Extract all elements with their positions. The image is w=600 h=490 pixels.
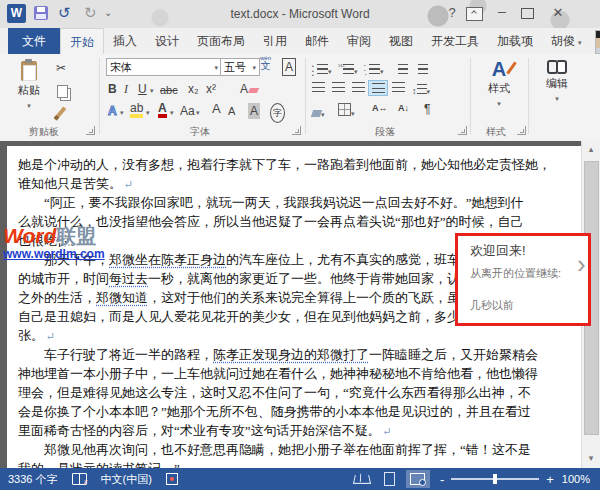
- align-center-button[interactable]: [328, 79, 348, 95]
- format-painter-button[interactable]: [58, 106, 62, 125]
- tab-design[interactable]: 设计: [146, 28, 188, 54]
- increase-indent-button[interactable]: [418, 60, 428, 78]
- asian-layout-button[interactable]: A↔: [372, 103, 388, 113]
- document-line[interactable]: 车子行驶了将近一半的路程，陈孝正发现身边的郑微打了一阵瞌睡之后，又开始聚精会: [18, 345, 566, 364]
- sort-button[interactable]: A↓: [398, 103, 409, 113]
- tab-home[interactable]: 开始: [60, 28, 104, 54]
- maximize-button[interactable]: [521, 8, 534, 19]
- tab-file[interactable]: 文件: [8, 28, 60, 54]
- zoom-out-button[interactable]: -: [440, 473, 444, 486]
- align-left-button[interactable]: [308, 79, 328, 95]
- dropdown-icon[interactable]: ▾: [170, 109, 174, 116]
- text-effects-button[interactable]: A: [108, 103, 117, 119]
- spellcheck-underline: 陈孝正发现身边的郑微打了: [213, 347, 369, 362]
- document-line[interactable]: 我的，是状元的读书笔记。”: [18, 459, 566, 468]
- document-line[interactable]: “阿正，要不我跟你回家吧，就玩一两天，我跟我妈说迟一点回去好不好。”她想到什: [18, 193, 566, 212]
- language-indicator[interactable]: 中文(中国): [101, 472, 152, 487]
- styles-dialog-launcher-icon[interactable]: [517, 126, 526, 135]
- read-mode-button[interactable]: [350, 470, 374, 488]
- welcome-back-popup[interactable]: 欢迎回来! 从离开的位置继续: 几秒以前: [455, 233, 591, 326]
- web-layout-button[interactable]: [406, 470, 430, 488]
- phonetic-guide-button[interactable]: wén 文: [260, 56, 271, 71]
- dropdown-icon[interactable]: ▾: [196, 109, 200, 116]
- dropdown-icon[interactable]: ▾: [120, 109, 124, 116]
- document-line[interactable]: 谁知他只是苦笑。↵: [18, 174, 566, 193]
- print-layout-button[interactable]: [378, 470, 402, 488]
- styles-button[interactable]: A 样式 ▾: [475, 58, 523, 108]
- shrink-font-button[interactable]: A: [228, 103, 235, 119]
- tab-view[interactable]: 视图: [380, 28, 422, 54]
- close-button[interactable]: ✕: [548, 5, 568, 20]
- justify-button[interactable]: [368, 80, 388, 96]
- clipboard-dialog-launcher-icon[interactable]: [86, 126, 95, 135]
- document-line[interactable]: 会是你换了个小本本吧？”她那个无所不包、随身携带的小本本他是见识过的，并且在看过: [18, 402, 566, 421]
- clear-formatting-button[interactable]: A: [240, 81, 258, 97]
- numbering-button[interactable]: ▾: [338, 60, 358, 78]
- shading-button[interactable]: ▾: [312, 103, 325, 121]
- character-shading-button[interactable]: A: [248, 103, 260, 119]
- borders-button[interactable]: ▾: [338, 102, 355, 120]
- grow-font-button[interactable]: A: [212, 101, 221, 117]
- paste-button[interactable]: 粘贴 ▾: [10, 59, 48, 125]
- scroll-down-icon[interactable]: ▾: [585, 453, 597, 463]
- underline-button[interactable]: U: [138, 81, 147, 97]
- highlight-color-button[interactable]: ab: [130, 103, 143, 118]
- tab-page-layout[interactable]: 页面布局: [188, 28, 254, 54]
- watermark-url[interactable]: www.wordlm.com: [3, 248, 105, 261]
- document-line[interactable]: 她是个冲动的人，没有多想，抱着行李就下了车，一路跑着到他面前，她心知他必定责怪她…: [18, 155, 566, 174]
- dropdown-icon: ▾: [427, 88, 431, 95]
- document-line[interactable]: 神地埋首一本小册子中，一上车他就问过她在看什么，她神神秘秘地不肯给他看，他也懒得: [18, 364, 566, 383]
- dropdown-icon: ▾: [380, 68, 384, 75]
- tab-mailings[interactable]: 邮件: [296, 28, 338, 54]
- proofing-icon[interactable]: ✗: [72, 473, 87, 485]
- phonetic-icon: 文: [260, 61, 271, 71]
- bullets-button[interactable]: ▾: [312, 60, 332, 78]
- copy-button[interactable]: [57, 84, 68, 102]
- distribute-button[interactable]: [388, 79, 408, 95]
- dropdown-icon[interactable]: ▾: [146, 109, 150, 116]
- tab-insert[interactable]: 插入: [104, 28, 146, 54]
- dropdown-icon[interactable]: ▾: [150, 87, 154, 94]
- document-line[interactable]: 张。↵: [18, 326, 566, 345]
- enclose-characters-button[interactable]: 字: [270, 103, 285, 123]
- editing-button[interactable]: 编辑 ▾: [533, 60, 581, 103]
- tab-review[interactable]: 审阅: [338, 28, 380, 54]
- superscript-button[interactable]: x²: [206, 81, 216, 97]
- tab-addins[interactable]: 加载项: [488, 28, 542, 54]
- ribbon-display-options-button[interactable]: [466, 7, 483, 21]
- help-button[interactable]: ?: [444, 5, 460, 20]
- minimize-button[interactable]: –: [492, 3, 512, 19]
- tab-references[interactable]: 引用: [254, 28, 296, 54]
- multilevel-list-button[interactable]: ▾: [364, 60, 384, 78]
- zoom-level[interactable]: 100%: [562, 473, 590, 485]
- line-spacing-button[interactable]: ↕▾: [412, 80, 430, 98]
- font-size-combobox[interactable]: 五号▾: [220, 58, 260, 76]
- bold-button[interactable]: B: [108, 81, 117, 97]
- macro-record-icon[interactable]: [166, 473, 178, 485]
- font-name-combobox[interactable]: 宋体▾: [106, 58, 222, 76]
- show-hide-marks-button[interactable]: ¶: [424, 101, 430, 117]
- tab-developer[interactable]: 开发工具: [422, 28, 488, 54]
- user-account-menu[interactable]: 胡俊▾: [542, 28, 591, 54]
- document-line[interactable]: 郑微见他再次询问，也不好意思再隐瞒，她把小册子举在他面前挥了挥，“错！这不是: [18, 440, 566, 459]
- strikethrough-button[interactable]: abc: [160, 82, 178, 98]
- document-line[interactable]: 理会，但是难得见她这么专注，这时又忍不住问了一句，“究竟什么东西看得那么出神，不: [18, 383, 566, 402]
- character-border-button[interactable]: A: [282, 58, 296, 76]
- change-case-button[interactable]: Aa: [180, 103, 195, 119]
- font-dialog-launcher-icon[interactable]: [292, 126, 301, 135]
- italic-button[interactable]: I: [124, 81, 128, 97]
- decrease-indent-button[interactable]: [398, 60, 408, 78]
- subscript-button[interactable]: x₂: [188, 81, 199, 97]
- avatar[interactable]: [595, 30, 600, 54]
- font-group: 宋体▾ 五号▾ wén 文 A B I U ▾ abc x₂ x² A A ▾ …: [100, 54, 305, 141]
- align-right-button[interactable]: [348, 79, 368, 95]
- zoom-slider-thumb[interactable]: [493, 474, 497, 484]
- paragraph-dialog-launcher-icon[interactable]: [458, 126, 467, 135]
- document-line[interactable]: 里面稀奇古怪的内容后，对“术业有专攻”这句话开始深信不疑。↵: [18, 421, 566, 440]
- cut-button[interactable]: ✂: [56, 60, 66, 76]
- word-count[interactable]: 3336 个字: [8, 472, 58, 487]
- zoom-slider[interactable]: [451, 478, 539, 480]
- font-color-button[interactable]: A: [158, 103, 167, 118]
- scroll-up-icon[interactable]: ▴: [585, 144, 597, 154]
- zoom-in-button[interactable]: +: [546, 473, 554, 486]
